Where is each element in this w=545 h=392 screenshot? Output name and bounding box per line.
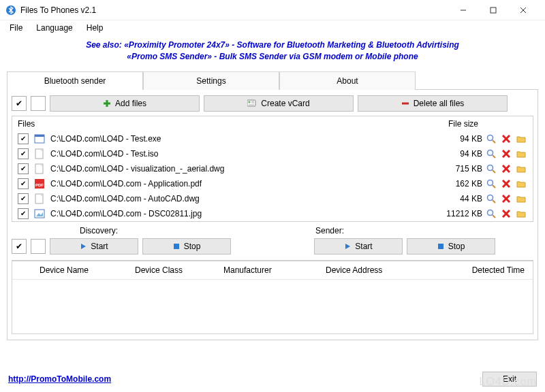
files-column-header[interactable]: Files (18, 119, 421, 129)
svg-text:PDF: PDF (35, 183, 44, 187)
devices-body (12, 279, 533, 333)
delete-icon[interactable] (500, 163, 512, 174)
uncheck-all-devices-button[interactable] (31, 239, 46, 254)
file-checkbox[interactable] (18, 148, 29, 159)
discovery-stop-button[interactable]: Stop (142, 238, 231, 255)
promo-link[interactable]: http://PromoToMobile.com (8, 374, 111, 384)
file-type-icon (34, 133, 45, 144)
play-icon (80, 243, 87, 250)
col-detected-time[interactable]: Detected Time (432, 264, 527, 276)
file-type-icon (34, 208, 45, 219)
folder-icon[interactable] (515, 193, 527, 204)
delete-icon[interactable] (500, 133, 512, 144)
devices-list: Device Name Device Class Manufacturer De… (12, 260, 533, 334)
size-column-header[interactable]: File size (421, 119, 482, 129)
sender-start-button[interactable]: Start (314, 238, 403, 255)
plus-icon (103, 99, 111, 108)
folder-icon[interactable] (515, 148, 527, 159)
files-header: Files File size (12, 116, 533, 131)
maximize-button[interactable] (478, 1, 508, 20)
folder-icon[interactable] (515, 178, 527, 189)
titlebar: Files To Phones v2.1 (0, 0, 545, 20)
file-type-icon (34, 148, 45, 159)
col-device-address[interactable]: Device Address (323, 264, 432, 276)
file-checkbox[interactable] (18, 208, 29, 219)
menu-help[interactable]: Help (81, 22, 109, 34)
sender-stop-button[interactable]: Stop (407, 238, 495, 255)
menu-file[interactable]: File (4, 22, 28, 34)
bluetooth-icon (5, 5, 16, 16)
folder-icon[interactable] (515, 208, 527, 219)
create-vcard-label: Create vCard (261, 99, 309, 108)
uncheck-all-button[interactable] (31, 96, 46, 111)
svg-line-46 (493, 215, 495, 218)
file-row[interactable]: C:\LO4D.com\LO4D.com - DSC02811.jpg11212… (12, 206, 533, 221)
svg-line-16 (493, 140, 495, 143)
devices-header: Device Name Device Class Manufacturer De… (12, 261, 533, 279)
files-list: Files File size C:\LO4D.com\LO4D - Test.… (12, 116, 533, 222)
tab-bluetooth-sender[interactable]: Bluetooth sender (7, 71, 143, 90)
col-device-name[interactable]: Device Name (37, 264, 132, 276)
file-row[interactable]: C:\LO4D.com\LO4D - Test.iso94 KB (12, 146, 533, 161)
file-row[interactable]: PDFC:\LO4D.com\LO4D.com - Application.pd… (12, 176, 533, 191)
svg-line-22 (493, 155, 495, 158)
file-size: 11212 KB (428, 209, 482, 218)
delete-all-button[interactable]: Delete all files (358, 95, 508, 112)
check-all-devices-button[interactable] (12, 239, 27, 254)
file-checkbox[interactable] (18, 163, 29, 174)
file-checkbox[interactable] (18, 178, 29, 189)
menubar: File Language Help (0, 20, 545, 35)
svg-rect-50 (174, 244, 179, 249)
stop-icon (173, 243, 180, 250)
menu-language[interactable]: Language (31, 22, 78, 34)
sender-stop-label: Stop (448, 242, 465, 251)
discovery-start-button[interactable]: Start (50, 238, 138, 255)
discovery-start-label: Start (91, 242, 108, 251)
file-type-icon (34, 163, 45, 174)
svg-rect-8 (249, 101, 251, 103)
file-row[interactable]: C:\LO4D.com\LO4D - visualization_-_aeria… (12, 161, 533, 176)
check-all-button[interactable] (12, 96, 27, 111)
file-checkbox[interactable] (18, 193, 29, 204)
delete-icon[interactable] (500, 178, 512, 189)
svg-point-21 (488, 150, 493, 155)
minus-icon (401, 99, 409, 108)
col-device-class[interactable]: Device Class (132, 264, 221, 276)
tab-settings[interactable]: Settings (143, 71, 279, 90)
folder-icon[interactable] (515, 163, 527, 174)
search-icon[interactable] (485, 163, 497, 174)
svg-point-15 (488, 135, 493, 140)
close-button[interactable] (508, 1, 538, 20)
file-checkbox[interactable] (18, 133, 29, 144)
search-icon[interactable] (485, 133, 497, 144)
create-vcard-button[interactable]: Create vCard (204, 95, 354, 112)
folder-icon[interactable] (515, 133, 527, 144)
search-icon[interactable] (485, 208, 497, 219)
promo-banner[interactable]: See also: «Proximity Promoter 24x7» - So… (0, 35, 545, 68)
file-row[interactable]: C:\LO4D.com\LO4D - Test.exe94 KB (12, 131, 533, 146)
delete-icon[interactable] (500, 193, 512, 204)
search-icon[interactable] (485, 148, 497, 159)
file-name: C:\LO4D.com\LO4D.com - AutoCAD.dwg (50, 194, 428, 203)
watermark: LO4D.com (480, 376, 537, 388)
svg-point-39 (488, 195, 493, 200)
play-icon (344, 243, 351, 250)
minimize-button[interactable] (448, 1, 478, 20)
add-files-button[interactable]: Add files (50, 95, 200, 112)
window-controls (448, 1, 538, 20)
file-row[interactable]: C:\LO4D.com\LO4D.com - AutoCAD.dwg44 KB (12, 191, 533, 206)
discovery-label: Discovery: (80, 226, 118, 235)
col-manufacturer[interactable]: Manufacturer (221, 264, 323, 276)
svg-line-28 (493, 170, 495, 173)
vcard-icon (247, 99, 257, 108)
file-name: C:\LO4D.com\LO4D - Test.iso (50, 149, 428, 159)
delete-icon[interactable] (500, 148, 512, 159)
tab-about[interactable]: About (279, 71, 416, 90)
svg-point-33 (488, 180, 493, 185)
search-icon[interactable] (485, 178, 497, 189)
stop-icon (437, 243, 444, 250)
tabs: Bluetooth sender Settings About (7, 71, 538, 89)
search-icon[interactable] (485, 193, 497, 204)
banner-line1: See also: «Proximity Promoter 24x7» - So… (0, 39, 545, 51)
delete-icon[interactable] (500, 208, 512, 219)
